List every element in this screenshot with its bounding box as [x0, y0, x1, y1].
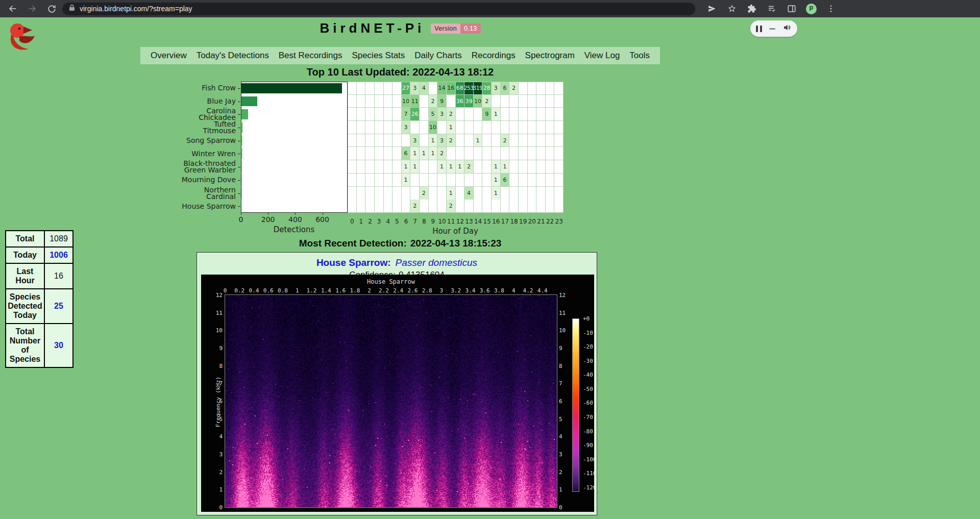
heat-cell — [420, 108, 429, 121]
db-tick-label: -20 — [583, 343, 593, 350]
species-label: Fish Crow — [181, 82, 237, 95]
hour-tick-label: 21 — [537, 218, 545, 225]
detection-species-link[interactable]: House Sparrow: — [316, 257, 391, 268]
stats-value-today[interactable]: 1006 — [44, 247, 73, 263]
chart-row-mourning-dove: Mourning Dove116 — [181, 174, 564, 187]
bar-cell — [241, 174, 348, 187]
time-tick-label: 2.4 — [393, 287, 403, 294]
browser-chrome: virginia.birdnetpi.com/?stream=play P — [0, 0, 980, 17]
heat-cell: 68 — [456, 82, 465, 95]
speaker-icon[interactable] — [782, 23, 792, 34]
heat-cell: 2 — [410, 200, 420, 213]
hour-tick-label: 6 — [404, 218, 408, 225]
heat-cell — [375, 108, 384, 121]
heat-cell — [456, 121, 465, 134]
heat-cell — [393, 82, 402, 95]
freq-tick-label: 12 — [559, 292, 566, 299]
nav-item-tools[interactable]: Tools — [629, 51, 650, 61]
audio-player[interactable] — [750, 20, 797, 37]
heat-cell — [482, 160, 492, 174]
bar-axis-title: Detections — [274, 225, 315, 234]
nav-item-daily-charts[interactable]: Daily Charts — [414, 51, 462, 61]
species-label: Winter Wren — [181, 147, 237, 160]
x-tick-label: 200 — [261, 215, 275, 224]
time-tick-label: 1 — [296, 287, 299, 294]
detections-bar — [241, 201, 241, 211]
heat-cell — [384, 187, 393, 200]
forward-icon[interactable] — [27, 3, 38, 14]
heat-cell — [384, 95, 393, 108]
heat-cell — [492, 121, 501, 134]
nav-item-recordings[interactable]: Recordings — [472, 51, 516, 61]
address-bar[interactable]: virginia.birdnetpi.com/?stream=play — [62, 3, 695, 15]
chart-grid: Fish Crow273414166825331928362Blue Jay10… — [181, 82, 564, 213]
nav-item-overview[interactable]: Overview — [151, 51, 187, 61]
nav-item-spectrogram[interactable]: Spectrogram — [525, 51, 575, 61]
detections-bar — [241, 109, 248, 119]
nav-item-today-s-detections[interactable]: Today's Detections — [197, 51, 269, 61]
heat-cell — [375, 134, 384, 147]
heat-cell — [528, 95, 537, 108]
lock-icon — [69, 4, 75, 13]
y-tick-mark — [237, 147, 241, 160]
heat-cell — [348, 147, 357, 160]
freq-tick-label: 10 — [559, 327, 566, 334]
detections-bar — [241, 96, 257, 107]
stats-value-species-detected-today[interactable]: 25 — [44, 289, 73, 324]
hour-tick-label: 5 — [395, 218, 399, 225]
species-label: Tufted Titmouse — [181, 121, 237, 134]
time-tick-label: 1.6 — [335, 287, 346, 294]
heat-cell — [492, 134, 501, 147]
heat-cell — [554, 95, 564, 108]
hour-tick-label: 14 — [474, 218, 482, 225]
pause-icon[interactable] — [756, 26, 762, 32]
profile-avatar[interactable]: P — [806, 4, 817, 14]
heat-cell — [393, 134, 402, 147]
heat-cell — [474, 200, 483, 213]
heat-cell — [437, 187, 447, 200]
heat-cell: 14 — [437, 82, 447, 95]
reload-icon[interactable] — [46, 3, 57, 14]
send-icon[interactable] — [706, 3, 718, 14]
heat-cell — [357, 200, 366, 213]
version-badge-label: Version — [431, 23, 460, 34]
heat-cell — [357, 108, 366, 121]
nav-item-view-log[interactable]: View Log — [584, 51, 620, 61]
freq-tick-label: 4 — [209, 433, 223, 440]
heat-cell: 1 — [429, 147, 438, 160]
page-body: BirdNET-Pi Version 0.13 OverviewToday's … — [0, 17, 980, 519]
heat-cell — [528, 174, 537, 187]
db-tick-label: -50 — [583, 385, 593, 392]
reading-list-icon[interactable] — [766, 3, 777, 14]
side-panel-icon[interactable] — [786, 3, 797, 14]
heat-cell — [501, 200, 510, 213]
heat-cell: 5 — [429, 108, 438, 121]
menu-icon[interactable] — [825, 3, 837, 14]
heat-cell — [482, 187, 492, 200]
heat-cell — [384, 174, 393, 187]
heat-cell — [519, 200, 528, 213]
heat-cell: 1 — [474, 134, 483, 147]
heat-cell — [536, 108, 546, 121]
heat-cell: 7 — [402, 108, 411, 121]
heat-cell — [519, 108, 528, 121]
heat-cell — [546, 134, 555, 147]
extensions-icon[interactable] — [746, 3, 757, 14]
heat-cell — [509, 187, 519, 200]
star-icon[interactable] — [726, 3, 738, 14]
x-tick-mark — [295, 213, 296, 215]
nav-item-species-stats[interactable]: Species Stats — [352, 51, 405, 61]
db-tick-label: -90 — [583, 442, 593, 449]
chart-row-northern-cardinal: Northern Cardinal2141 — [181, 187, 564, 200]
heat-cell — [501, 108, 510, 121]
heat-cell — [375, 187, 384, 200]
heat-cell: 3 — [437, 134, 447, 147]
species-label: Carolina Chickadee — [181, 108, 237, 121]
heat-cell — [437, 200, 447, 213]
nav-item-best-recordings[interactable]: Best Recordings — [279, 51, 342, 61]
back-icon[interactable] — [7, 3, 18, 14]
hour-tick-label: 3 — [377, 218, 381, 225]
heat-cell — [365, 82, 375, 95]
heat-cell — [375, 200, 384, 213]
stats-value-total-number-of-species[interactable]: 30 — [44, 324, 73, 367]
